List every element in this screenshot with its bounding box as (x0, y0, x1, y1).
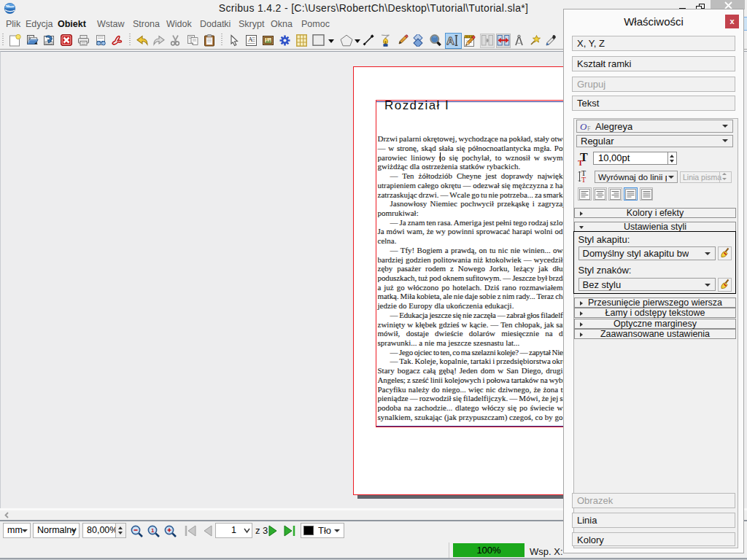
svg-text:T: T (578, 158, 584, 166)
svg-text:A: A (446, 34, 454, 47)
svg-text:1: 1 (151, 527, 155, 534)
svg-text:T: T (581, 176, 586, 184)
svg-text:O: O (580, 122, 587, 131)
svg-text:F: F (587, 125, 591, 131)
